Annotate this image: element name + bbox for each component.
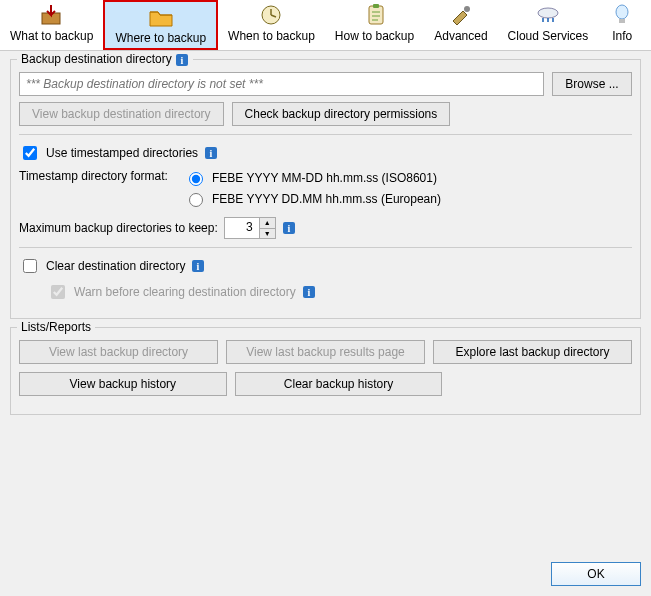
tab-what-to-backup[interactable]: What to backup	[0, 0, 103, 50]
warn-before-clearing-label: Warn before clearing destination directo…	[74, 285, 296, 299]
tab-label: Info	[608, 29, 636, 43]
svg-point-6	[464, 6, 470, 12]
explore-last-backup-dir-button[interactable]: Explore last backup directory	[433, 340, 632, 364]
box-arrow-icon	[38, 3, 66, 27]
info-icon[interactable]	[191, 259, 205, 273]
tab-label: When to backup	[228, 29, 315, 43]
backup-destination-group: Backup destination directory Browse ... …	[10, 59, 641, 319]
ok-button[interactable]: OK	[551, 562, 641, 586]
tab-how-to-backup[interactable]: How to backup	[325, 0, 424, 50]
group-title-label: Lists/Reports	[17, 320, 95, 334]
tab-cloud-services[interactable]: Cloud Services	[498, 0, 599, 50]
tools-icon	[447, 3, 475, 27]
tab-advanced[interactable]: Advanced	[424, 0, 497, 50]
tab-label: How to backup	[335, 29, 414, 43]
browse-button[interactable]: Browse ...	[552, 72, 632, 96]
view-backup-history-button[interactable]: View backup history	[19, 372, 227, 396]
stepper-up-icon[interactable]: ▲	[259, 218, 275, 228]
separator	[19, 247, 632, 248]
max-keep-value: 3	[225, 218, 259, 238]
group-title-label: Backup destination directory	[21, 52, 172, 66]
warn-before-clearing-checkbox	[51, 285, 65, 299]
view-last-results-button: View last backup results page	[226, 340, 425, 364]
clear-destination-checkbox[interactable]	[23, 259, 37, 273]
use-timestamped-checkbox[interactable]	[23, 146, 37, 160]
lists-reports-group: Lists/Reports View last backup directory…	[10, 327, 641, 415]
timestamp-format-label: Timestamp directory format:	[19, 169, 184, 183]
clipboard-icon	[361, 3, 389, 27]
info-icon[interactable]	[204, 146, 218, 160]
tab-where-to-backup[interactable]: Where to backup	[103, 0, 218, 50]
destination-path-input[interactable]	[19, 72, 544, 96]
timestamp-format-eu-label: FEBE YYYY DD.MM hh.mm.ss (European)	[212, 192, 441, 206]
svg-rect-4	[369, 6, 383, 24]
timestamp-format-eu-radio[interactable]	[189, 193, 203, 207]
tab-label: Where to backup	[115, 31, 206, 45]
cloud-icon	[534, 3, 562, 27]
clear-backup-history-button[interactable]: Clear backup history	[235, 372, 443, 396]
tab-label: Advanced	[434, 29, 487, 43]
tab-label: What to backup	[10, 29, 93, 43]
lightbulb-icon	[608, 3, 636, 27]
timestamp-format-iso-label: FEBE YYYY MM-DD hh.mm.ss (ISO8601)	[212, 171, 437, 185]
svg-rect-5	[373, 4, 379, 8]
clear-destination-label: Clear destination directory	[46, 259, 185, 273]
info-icon[interactable]	[175, 53, 189, 67]
clock-icon	[257, 3, 285, 27]
use-timestamped-label: Use timestamped directories	[46, 146, 198, 160]
tab-info[interactable]: Info	[598, 0, 646, 50]
check-permissions-button[interactable]: Check backup directory permissions	[232, 102, 451, 126]
tab-label: Cloud Services	[508, 29, 589, 43]
max-keep-label: Maximum backup directories to keep:	[19, 221, 218, 235]
svg-point-7	[538, 8, 558, 18]
timestamp-format-iso-radio[interactable]	[189, 172, 203, 186]
stepper-down-icon[interactable]: ▼	[259, 228, 275, 239]
svg-point-8	[616, 5, 628, 19]
info-icon[interactable]	[282, 221, 296, 235]
tab-when-to-backup[interactable]: When to backup	[218, 0, 325, 50]
info-icon[interactable]	[302, 285, 316, 299]
svg-rect-9	[619, 19, 625, 23]
separator	[19, 134, 632, 135]
tabstrip: What to backup Where to backup When to b…	[0, 0, 651, 51]
folder-icon	[147, 5, 175, 29]
view-destination-button: View backup destination directory	[19, 102, 224, 126]
view-last-backup-dir-button: View last backup directory	[19, 340, 218, 364]
max-keep-stepper[interactable]: 3 ▲ ▼	[224, 217, 276, 239]
